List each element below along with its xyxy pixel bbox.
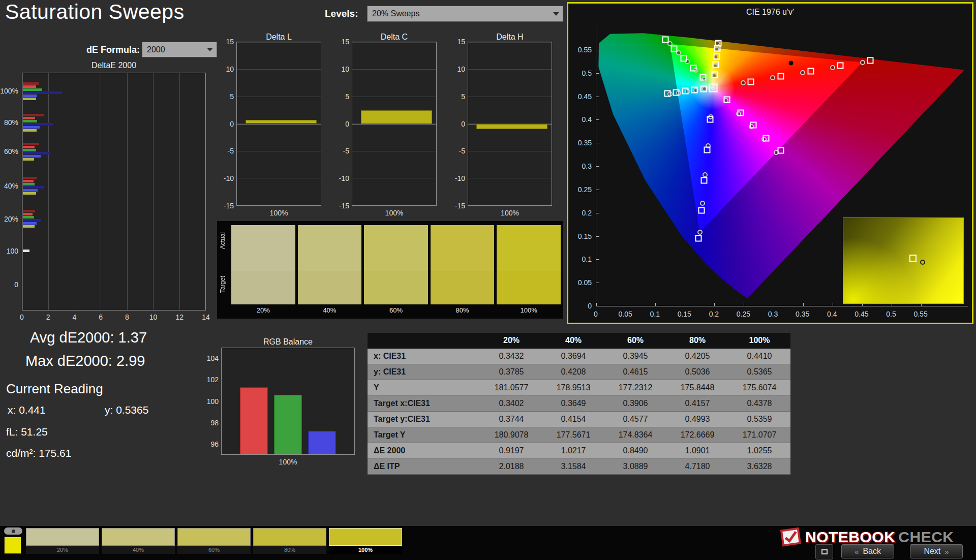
color-swatch	[231, 225, 295, 304]
cie-measured-marker	[724, 96, 730, 103]
rgb-y-tick: 98	[210, 419, 219, 427]
cie-measured-marker	[867, 57, 874, 64]
cie-measured-marker	[699, 74, 706, 81]
cie-measured-marker	[682, 88, 689, 95]
collapse-button[interactable]	[4, 527, 22, 535]
deltae-bar-group	[23, 250, 205, 253]
delta-y-tick: 15	[341, 38, 349, 46]
delta-y-tick: -15	[455, 202, 465, 210]
table-value-cell: 0.8490	[604, 443, 666, 459]
chevron-left-icon: «	[855, 547, 859, 556]
cie-measured-marker	[662, 36, 668, 43]
rgb-y-tick: 100	[207, 397, 219, 406]
rgb-y-tick: 96	[210, 440, 219, 448]
delta-y-tick: 0	[345, 120, 349, 128]
cie-measured-marker	[763, 135, 770, 142]
cie-x-tick: 0.1	[650, 310, 659, 318]
patch-color	[26, 528, 99, 546]
cie-whitepoint-marker	[709, 84, 718, 92]
cie-y-axis: 00.050.10.150.20.250.30.350.40.450.50.55	[569, 26, 593, 306]
patch-tiles: 20%40%60%80%100%	[26, 528, 402, 554]
restore-window-button[interactable]	[815, 544, 833, 559]
patch-tile[interactable]: 20%	[26, 528, 99, 554]
patch-tile[interactable]: 100%	[329, 528, 402, 554]
cie-measured-marker	[673, 89, 680, 96]
rgb-balance-title: RGB Balance	[221, 337, 355, 347]
deltae-bar	[23, 250, 29, 252]
deltae-bar-group	[23, 82, 205, 101]
deltae-bar-group	[23, 114, 205, 132]
rgb-bar-blue	[308, 431, 336, 454]
delta-h-chart[interactable]	[468, 42, 552, 206]
table-value-cell: 175.6074	[728, 380, 790, 396]
table-value-cell: 0.4205	[666, 349, 728, 364]
deltae-x-tick: 0	[20, 313, 24, 321]
table-row: Target y:CIE310.37440.41540.45770.49930.…	[368, 412, 790, 427]
deltae-row-label: 60%	[4, 147, 18, 155]
patch-color	[177, 528, 251, 546]
max-de2000: Max dE2000: 2.99	[25, 353, 145, 369]
swatch-level-label: 40%	[298, 306, 362, 314]
table-row: ΔE 20000.91971.02170.84901.09011.0255	[368, 443, 790, 459]
delta-l-title: Delta L	[236, 33, 321, 42]
table-value-cell: 4.7180	[666, 459, 728, 475]
table-row: Y181.0577178.9513177.2312175.8448175.607…	[368, 380, 790, 396]
table-header-cell	[368, 333, 480, 349]
deltae-x-tick: 2	[46, 313, 50, 321]
deltae-bar	[23, 180, 34, 182]
delta-l-chart[interactable]	[236, 42, 321, 206]
deltae-row-label: 0	[14, 281, 18, 289]
table-value-cell: 3.1584	[542, 459, 604, 475]
patch-tile[interactable]: 40%	[102, 528, 175, 554]
swatch-target	[431, 271, 495, 304]
cie-measured-marker	[700, 85, 707, 92]
cie-measured-marker	[704, 146, 711, 153]
cie-x-tick: 0.15	[678, 310, 691, 318]
back-button[interactable]: « Back	[841, 544, 894, 558]
swatch-actual	[298, 225, 362, 271]
patch-tile[interactable]: 80%	[253, 528, 326, 554]
color-swatch	[431, 225, 495, 304]
color-swatch	[364, 225, 428, 304]
table-value-cell: 174.8364	[604, 427, 666, 443]
deltae-bar	[23, 126, 40, 129]
deltae-bar	[23, 183, 35, 185]
cie-title: CIE 1976 u'v'	[568, 8, 972, 17]
delta-c-chart[interactable]	[352, 42, 437, 206]
deltae-chart[interactable]	[22, 73, 206, 310]
deltae-bar	[23, 123, 53, 126]
de-formula-dropdown[interactable]: 2000	[142, 42, 217, 57]
cie-diagram-panel[interactable]: CIE 1976 u'v' 00.050.10.150.20.250.30.35…	[567, 2, 973, 324]
back-label: Back	[863, 547, 881, 556]
cie-measured-marker	[738, 109, 744, 116]
chevron-right-icon: »	[944, 547, 949, 556]
delta-c-x-label: 100%	[352, 209, 437, 217]
patch-tile[interactable]: 60%	[177, 528, 251, 554]
deltae-bar	[23, 219, 41, 222]
levels-label: Levels:	[325, 8, 358, 19]
deltae-bar	[23, 177, 37, 179]
deltae-bar	[23, 216, 34, 219]
deltae-row-label: 40%	[4, 182, 18, 190]
table-row: x: CIE310.34320.36940.39450.42050.4410	[368, 349, 790, 364]
table-value-cell: 178.9513	[542, 380, 604, 396]
deltae-row-label: 20%	[4, 215, 18, 223]
chevron-down-icon	[553, 12, 559, 16]
delta-y-tick: 5	[230, 92, 234, 101]
rgb-bar-green	[274, 395, 302, 454]
next-button[interactable]: Next »	[910, 544, 963, 558]
rgb-y-tick: 104	[207, 354, 219, 362]
levels-dropdown[interactable]: 20% Sweeps	[367, 6, 563, 22]
table-value-cell: 1.0901	[666, 443, 728, 459]
cie-measured-marker	[691, 87, 697, 94]
delta-bar	[361, 110, 432, 124]
cie-measured-marker	[712, 61, 719, 68]
table-header-cell: 60%	[604, 333, 666, 349]
actual-row-label: Actual	[219, 232, 226, 249]
table-header-cell: 40%	[542, 333, 604, 349]
cie-y-tick: 0.35	[578, 139, 592, 147]
table-value-cell: 177.2312	[604, 380, 666, 396]
swatch-target	[497, 271, 561, 304]
page-title: Saturation Sweeps	[5, 0, 185, 24]
rgb-balance-chart[interactable]	[221, 348, 355, 455]
